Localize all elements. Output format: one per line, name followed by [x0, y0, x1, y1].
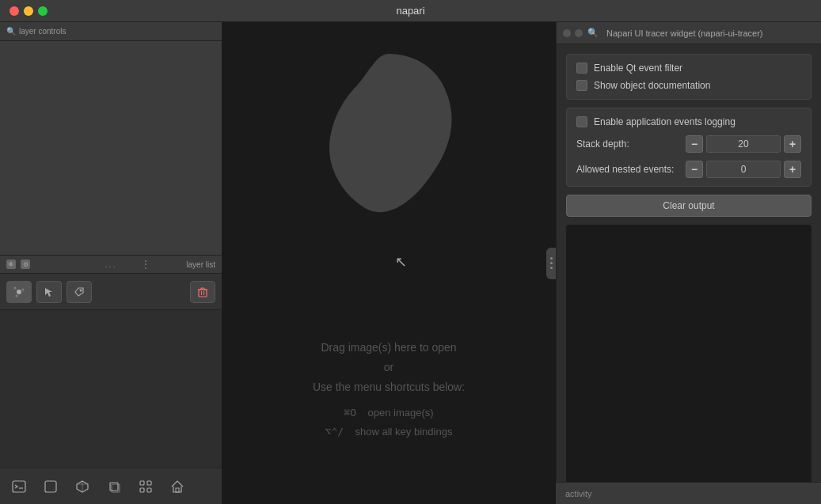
stack-depth-control: − 20 +: [686, 135, 801, 153]
search-icon: 🔍: [6, 27, 16, 36]
clear-output-label: Clear output: [663, 200, 714, 211]
layer-preview: [0, 41, 222, 255]
drop-text-line3: Use the menu shortcuts below:: [313, 377, 465, 397]
obj-doc-checkbox[interactable]: [576, 80, 587, 91]
label-tool-button[interactable]: [67, 281, 92, 303]
app-title: napari: [396, 5, 424, 17]
canvas-area: ↖ Drag image(s) here to open or Use the …: [222, 22, 556, 504]
handle-dot: [550, 267, 553, 269]
obj-doc-row: Show object documentation: [576, 80, 801, 91]
home-button[interactable]: [165, 476, 190, 498]
logging-group: Enable application events logging Stack …: [566, 108, 811, 187]
svg-point-2: [22, 288, 25, 290]
blob-shape: [302, 38, 476, 230]
handle-dot: [550, 262, 553, 264]
svg-rect-12: [45, 481, 56, 492]
canvas-content: ↖ Drag image(s) here to open or Use the …: [222, 22, 556, 504]
drop-zone-text: Drag image(s) here to open or Use the me…: [313, 338, 465, 441]
obj-doc-label: Show object documentation: [594, 80, 710, 91]
shortcut-line-2: ⌥⌃/ show all key bindings: [313, 423, 465, 441]
point-tool-button[interactable]: [6, 281, 32, 303]
left-panel: 🔍 layer controls 👁 ⚙ ... layer list ⋮: [0, 22, 222, 504]
separator-dots: ...: [105, 260, 116, 269]
right-panel-controls: [563, 29, 583, 37]
window-controls: [10, 6, 48, 16]
nested-events-control: − 0 +: [686, 161, 801, 178]
stack-depth-row: Stack depth: − 20 +: [576, 135, 801, 153]
nested-events-row: Allowed nested events: − 0 +: [576, 161, 801, 178]
right-panel-titlebar: 🔍 Napari UI tracer widget (napari-ui-tra…: [557, 22, 821, 44]
qt-filter-checkbox[interactable]: [576, 63, 587, 74]
svg-rect-6: [199, 290, 207, 297]
titlebar: napari: [0, 0, 821, 22]
layer-controls-label: layer controls: [19, 27, 66, 36]
right-panel: 🔍 Napari UI tracer widget (napari-ui-tra…: [556, 22, 821, 504]
right-min-button[interactable]: [575, 29, 583, 37]
svg-marker-4: [45, 288, 52, 297]
svg-point-3: [16, 294, 18, 297]
stack-depth-label: Stack depth:: [576, 138, 679, 150]
shortcut2-key: ⌥⌃/: [325, 426, 344, 438]
nested-events-value: 0: [706, 161, 781, 178]
svg-rect-21: [147, 488, 151, 492]
drop-text-line2: or: [313, 358, 465, 377]
svg-point-1: [14, 286, 17, 289]
handle-dot: [550, 257, 553, 260]
svg-rect-20: [140, 488, 144, 492]
shortcut-line-1: ⌘O open image(s): [313, 404, 465, 422]
shortcut1-label: open image(s): [368, 407, 434, 419]
nested-events-label: Allowed nested events:: [576, 164, 679, 175]
shortcut2-label: show all key bindings: [355, 426, 453, 438]
layer-controls-header: 🔍 layer controls: [0, 22, 222, 41]
activity-bar: activity: [556, 482, 821, 504]
canvas-side-handle[interactable]: [546, 248, 556, 279]
svg-rect-10: [13, 481, 25, 492]
qt-filter-row: Enable Qt event filter: [576, 63, 801, 74]
bottom-toolbar: [0, 468, 222, 504]
right-panel-content: Enable Qt event filter Show object docum…: [557, 44, 821, 504]
layer-controls-area: [0, 41, 222, 255]
more-icon[interactable]: ⋮: [141, 259, 150, 270]
svg-point-5: [80, 289, 82, 291]
shortcut1-key: ⌘O: [344, 407, 356, 419]
svg-rect-22: [176, 488, 179, 492]
layer-toolbar: [0, 274, 222, 310]
svg-point-0: [17, 290, 21, 294]
select-tool-button[interactable]: [36, 281, 62, 303]
logging-checkbox[interactable]: [576, 116, 587, 127]
filter-icon: ⚙: [21, 260, 30, 269]
minimize-button[interactable]: [24, 6, 33, 16]
cube-button[interactable]: [70, 476, 95, 498]
activity-label: activity: [565, 489, 592, 498]
eye-icon: 👁: [6, 260, 16, 269]
checkbox-group-1: Enable Qt event filter Show object docum…: [566, 54, 811, 100]
svg-rect-18: [140, 481, 144, 485]
svg-rect-19: [147, 481, 151, 485]
maximize-button[interactable]: [38, 6, 48, 16]
panel-separator: 👁 ⚙ ... layer list ⋮: [0, 255, 222, 274]
stack-depth-increment[interactable]: +: [784, 135, 801, 153]
qt-filter-label: Enable Qt event filter: [594, 63, 682, 74]
handle-dots: [550, 257, 553, 269]
output-area: [566, 225, 811, 495]
stack-depth-value: 20: [706, 135, 781, 153]
main-area: 🔍 layer controls 👁 ⚙ ... layer list ⋮: [0, 22, 821, 504]
delete-tool-button[interactable]: [190, 281, 215, 303]
layer-list-label: layer list: [186, 260, 215, 269]
layers-button[interactable]: [101, 476, 127, 498]
grid-button[interactable]: [133, 476, 158, 498]
drop-text-line1: Drag image(s) here to open: [313, 338, 465, 358]
clear-output-button[interactable]: Clear output: [566, 195, 811, 217]
close-button[interactable]: [10, 6, 19, 16]
logging-label: Enable application events logging: [594, 116, 735, 127]
nested-events-decrement[interactable]: −: [686, 161, 703, 178]
logging-row: Enable application events logging: [576, 116, 801, 127]
nested-events-increment[interactable]: +: [784, 161, 801, 178]
separator-left-icons: 👁 ⚙: [6, 260, 30, 269]
stack-depth-decrement[interactable]: −: [686, 135, 703, 153]
console-button[interactable]: [6, 476, 32, 498]
cursor-indicator: ↖: [395, 253, 407, 271]
square-button[interactable]: [38, 476, 63, 498]
right-close-button[interactable]: [563, 29, 571, 37]
right-panel-title: Napari UI tracer widget (napari-ui-trace…: [606, 28, 762, 38]
